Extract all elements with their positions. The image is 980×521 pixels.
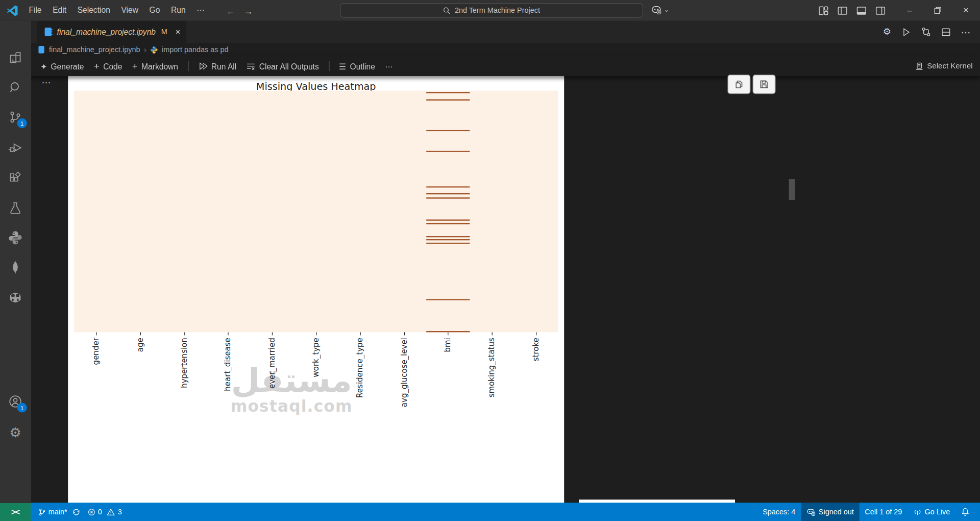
notifications-item[interactable] <box>955 503 975 521</box>
kernel-icon <box>915 62 923 70</box>
tab-final-machine-project[interactable]: final_machine_project.ipynb M × <box>37 21 186 43</box>
notebook-settings-gear-icon[interactable]: ⚙ <box>883 27 891 38</box>
missing-value-line <box>426 236 470 237</box>
split-editor-icon[interactable] <box>941 27 950 36</box>
toggle-sidebar-left-icon[interactable] <box>837 5 847 15</box>
x-tick <box>360 332 360 335</box>
git-modified-badge: M <box>161 28 167 36</box>
flask-icon <box>8 201 23 216</box>
x-tick-label-smoking_status: smoking_status <box>487 338 496 397</box>
sidebar-item-extensions[interactable] <box>0 166 31 191</box>
add-markdown-cell-button[interactable]: + Markdown <box>132 61 178 72</box>
menu-item-edit[interactable]: Edit <box>47 0 71 21</box>
breadcrumb-file[interactable]: final_machine_project.ipynb <box>49 45 140 54</box>
select-kernel-label: Select Kernel <box>927 62 972 70</box>
x-tick-label-gender: gender <box>91 338 101 365</box>
x-tick-label-work_type: work_type <box>311 338 321 377</box>
compare-changes-icon[interactable] <box>921 27 931 37</box>
menu-item-file[interactable]: File <box>23 0 47 21</box>
broadcast-icon <box>913 508 922 516</box>
go-live-label: Go Live <box>925 508 950 516</box>
sidebar-item-search[interactable] <box>0 76 31 100</box>
markdown-label: Markdown <box>141 62 178 71</box>
cell-more-actions[interactable]: ⋯ <box>42 77 52 88</box>
run-icon[interactable] <box>901 27 911 36</box>
command-center-search[interactable]: 2nd Term Machine Project <box>340 3 643 18</box>
select-kernel-button[interactable]: Select Kernel <box>915 62 972 70</box>
breadcrumb: final_machine_project.ipynb › import pan… <box>38 43 228 56</box>
menu-item-selection[interactable]: Selection <box>72 0 116 21</box>
cell-output-panel: Missing Values Heatmap genderagehyperten… <box>68 76 564 503</box>
copilot-icon <box>7 290 23 306</box>
editor-actions: ⚙ ⋯ <box>883 21 971 43</box>
git-branch-item[interactable]: main* <box>38 508 80 516</box>
sidebar-item-source-control[interactable]: 1 <box>0 105 31 129</box>
nav-back-icon[interactable]: ← <box>226 5 235 15</box>
notebook-file-icon <box>38 45 45 54</box>
go-live-item[interactable]: Go Live <box>908 503 955 521</box>
python-env-icon <box>8 230 23 245</box>
tab-close-icon[interactable]: × <box>175 27 180 37</box>
sidebar-item-explorer[interactable] <box>0 45 31 70</box>
more-actions-icon[interactable]: ⋯ <box>961 26 971 38</box>
x-tick-label-stroke: stroke <box>531 338 540 361</box>
error-count: 0 <box>98 508 102 516</box>
copilot-menu[interactable]: ⌄ <box>650 4 669 15</box>
remote-indicator[interactable]: >< <box>0 503 31 521</box>
add-code-cell-button[interactable]: + Code <box>94 61 122 72</box>
indentation-item[interactable]: Spaces: 4 <box>757 503 801 521</box>
toggle-panel-icon[interactable] <box>856 5 867 15</box>
x-tick <box>448 332 449 335</box>
account-button[interactable]: 1 <box>0 389 31 414</box>
menu-item-run[interactable]: Run <box>165 0 191 21</box>
settings-button[interactable]: ⚙ <box>0 420 31 445</box>
generate-button[interactable]: ✦ Generate <box>40 62 84 71</box>
save-icon <box>760 80 769 89</box>
missing-value-line <box>426 151 470 152</box>
menu-item-go[interactable]: Go <box>144 0 165 21</box>
editor-scrollbar-thumb[interactable] <box>789 179 795 200</box>
copilot-signed-out-item[interactable]: Signed out <box>801 503 859 521</box>
close-button[interactable]: × <box>952 0 980 21</box>
breadcrumb-cell-code[interactable]: import pandas as pd <box>162 45 228 54</box>
menu-bar: FileEditSelectionViewGoRun⋯ <box>23 0 210 21</box>
missing-value-line <box>426 299 470 300</box>
clear-outputs-label: Clear All Outputs <box>259 62 319 71</box>
tab-label: final_machine_project.ipynb <box>57 27 156 36</box>
clear-all-outputs-button[interactable]: Clear All Outputs <box>246 62 318 71</box>
vscode-window: FileEditSelectionViewGoRun⋯ ← → 2nd Term… <box>0 0 980 521</box>
sidebar-item-mongodb[interactable] <box>0 255 31 279</box>
toggle-sidebar-right-icon[interactable] <box>875 5 886 15</box>
problems-item[interactable]: 0 3 <box>87 508 122 516</box>
errors-icon <box>87 508 95 516</box>
cell-indicator-item[interactable]: Cell 1 of 29 <box>860 503 908 521</box>
x-tick <box>536 332 536 335</box>
nav-forward-icon[interactable]: → <box>244 5 253 15</box>
x-tick <box>140 332 140 335</box>
customize-layout-icon[interactable] <box>818 5 828 15</box>
toolbar-more-button[interactable]: ⋯ <box>385 62 394 71</box>
x-tick-label-ever_married: ever_married <box>267 338 276 389</box>
sidebar-item-testing[interactable] <box>0 196 31 221</box>
toolbar-divider <box>329 61 329 71</box>
sidebar-item-run-debug[interactable] <box>0 135 31 160</box>
copy-output-button[interactable] <box>728 75 750 93</box>
menu-item-view[interactable]: View <box>116 0 144 21</box>
run-all-button[interactable]: Run All <box>199 62 237 71</box>
minimize-button[interactable]: – <box>895 0 923 21</box>
x-tick <box>316 332 316 335</box>
clear-outputs-icon <box>246 62 255 70</box>
sidebar-item-copilot-chat[interactable] <box>0 286 31 310</box>
restore-button[interactable] <box>924 0 952 21</box>
sidebar-item-python[interactable] <box>0 226 31 250</box>
mongodb-leaf-icon <box>8 260 23 275</box>
missing-value-line <box>426 198 470 199</box>
vscode-logo-icon <box>6 4 18 16</box>
title-bar: FileEditSelectionViewGoRun⋯ ← → 2nd Term… <box>0 0 980 21</box>
save-output-button[interactable] <box>753 75 775 93</box>
missing-value-line <box>426 186 470 187</box>
restore-icon <box>934 7 941 14</box>
outline-button[interactable]: ☰ Outline <box>339 62 375 71</box>
menu-item-more[interactable]: ⋯ <box>191 0 210 21</box>
account-badge: 1 <box>17 402 27 412</box>
